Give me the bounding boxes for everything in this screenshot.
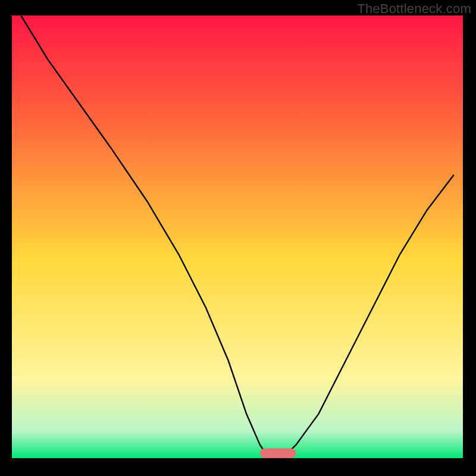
plot-area: [12, 15, 463, 458]
optimal-marker: [260, 449, 296, 458]
watermark-label: TheBottleneck.com: [357, 1, 471, 17]
frame-bottom: [0, 458, 476, 476]
frame-left: [0, 0, 12, 476]
frame-right: [463, 0, 476, 476]
chart-container: TheBottleneck.com: [0, 0, 476, 476]
bottleneck-chart: [0, 0, 476, 476]
